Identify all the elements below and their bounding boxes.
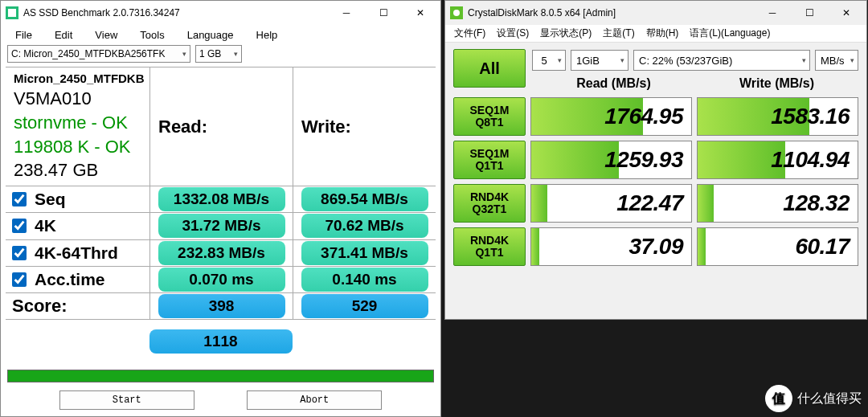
as-menubar: File Edit View Tools Language Help xyxy=(1,25,440,44)
cdm-minimize-button[interactable]: ─ xyxy=(754,1,791,25)
cdm-header-read: Read (MB/s) xyxy=(532,76,695,91)
rnd4k-q1t1-read: 37.09 xyxy=(530,227,692,266)
cdm-size-select[interactable]: 1GiB▾ xyxy=(571,50,628,71)
cdm-header-write: Write (MB/s) xyxy=(695,76,858,91)
chevron-down-icon: ▾ xyxy=(182,50,186,58)
test-row-4k: 4K 31.72 MB/s 70.62 MB/s xyxy=(6,213,436,239)
rnd4k-q32t1-button[interactable]: RND4K Q32T1 xyxy=(453,184,526,223)
as-ssd-window: AS SSD Benchmark 2.0.7316.34247 ─ ☐ ✕ Fi… xyxy=(0,0,441,417)
seq1m-q8t1-read: 1764.95 xyxy=(530,97,692,136)
rnd4k-q32t1-write: 128.32 xyxy=(697,184,858,223)
seq1m-q1t1-read: 1259.93 xyxy=(530,141,692,179)
svg-point-3 xyxy=(453,10,460,16)
4k-checkbox[interactable] xyxy=(12,219,27,233)
menu-edit[interactable]: Edit xyxy=(43,27,84,43)
progress-bar xyxy=(7,370,434,382)
header-read: Read: xyxy=(150,67,293,186)
watermark: 值 什么值得买 xyxy=(765,385,862,412)
total-row: 1118 xyxy=(6,320,436,363)
watermark-text: 什么值得买 xyxy=(797,390,862,407)
cdm-menu-theme[interactable]: 主题(T) xyxy=(597,26,640,41)
menu-tools[interactable]: Tools xyxy=(129,27,175,43)
cdm-menu-settings[interactable]: 设置(S) xyxy=(491,26,534,41)
results-table: Micron_2450_MTFDKB V5MA010 stornvme - OK… xyxy=(6,67,436,363)
score-total: 1118 xyxy=(149,329,293,354)
cdm-row-seq1m-q1t1: SEQ1M Q1T1 1259.93 1104.94 xyxy=(453,141,858,179)
seq-checkbox[interactable] xyxy=(12,192,27,206)
acc-read: 0.070 ms xyxy=(158,268,285,292)
test-size-select[interactable]: 1 GB▾ xyxy=(195,45,242,63)
4k64-read: 232.83 MB/s xyxy=(158,241,285,265)
menu-view[interactable]: View xyxy=(84,27,129,43)
unit-select[interactable]: MB/s▾ xyxy=(815,50,858,71)
close-button[interactable]: ✕ xyxy=(402,1,439,25)
chevron-down-icon: ▾ xyxy=(850,56,854,64)
cdm-maximize-button[interactable]: ☐ xyxy=(791,1,828,25)
score-write: 529 xyxy=(301,294,428,318)
drive-select[interactable]: C: Micron_2450_MTFDKBA256TFK▾ xyxy=(7,45,190,63)
seq1m-q8t1-button[interactable]: SEQ1M Q8T1 xyxy=(453,97,526,136)
menu-help[interactable]: Help xyxy=(245,27,289,43)
score-read: 398 xyxy=(158,294,285,318)
cdm-menubar: 文件(F) 设置(S) 显示状态(P) 主题(T) 帮助(H) 语言(L)(La… xyxy=(445,25,866,43)
cdm-window: CrystalDiskMark 8.0.5 x64 [Admin] ─ ☐ ✕ … xyxy=(444,0,867,320)
cdm-menu-status[interactable]: 显示状态(P) xyxy=(534,26,597,41)
test-row-seq: Seq 1332.08 MB/s 869.54 MB/s xyxy=(6,186,436,213)
rnd4k-q32t1-read: 122.47 xyxy=(530,184,692,223)
4k64-checkbox[interactable] xyxy=(12,246,27,260)
test-count-select[interactable]: 5▾ xyxy=(532,50,566,71)
4k-read: 31.72 MB/s xyxy=(158,214,285,238)
seq1m-q1t1-button[interactable]: SEQ1M Q1T1 xyxy=(453,141,526,179)
app-icon xyxy=(6,6,18,19)
acc-write: 0.140 ms xyxy=(301,268,428,292)
rnd4k-q1t1-button[interactable]: RND4K Q1T1 xyxy=(453,227,526,266)
chevron-down-icon: ▾ xyxy=(558,56,562,64)
4k64-write: 371.41 MB/s xyxy=(301,241,428,265)
menu-language[interactable]: Language xyxy=(176,27,245,43)
chevron-down-icon: ▾ xyxy=(620,56,624,64)
test-row-4k64: 4K-64Thrd 232.83 MB/s 371.41 MB/s xyxy=(6,240,436,267)
chevron-down-icon: ▾ xyxy=(234,50,238,58)
cdm-menu-file[interactable]: 文件(F) xyxy=(448,26,491,41)
cdm-window-title: CrystalDiskMark 8.0.5 x64 [Admin] xyxy=(468,7,754,18)
header-write: Write: xyxy=(293,67,436,186)
seq-read: 1332.08 MB/s xyxy=(158,187,285,211)
window-title: AS SSD Benchmark 2.0.7316.34247 xyxy=(23,7,328,18)
score-row: Score: 398 529 xyxy=(6,293,436,320)
4k-write: 70.62 MB/s xyxy=(301,214,428,238)
cdm-close-button[interactable]: ✕ xyxy=(828,1,865,25)
start-button[interactable]: Start xyxy=(59,390,194,410)
cdm-row-rnd4k-q1t1: RND4K Q1T1 37.09 60.17 xyxy=(453,227,858,266)
test-row-acc: Acc.time 0.070 ms 0.140 ms xyxy=(6,267,436,293)
menu-file[interactable]: File xyxy=(4,27,43,43)
drive-info: Micron_2450_MTFDKB V5MA010 stornvme - OK… xyxy=(6,67,150,186)
cdm-app-icon xyxy=(450,6,463,19)
cdm-row-seq1m-q8t1: SEQ1M Q8T1 1764.95 1583.16 xyxy=(453,97,858,136)
cdm-row-rnd4k-q32t1: RND4K Q32T1 122.47 128.32 xyxy=(453,184,858,223)
watermark-badge: 值 xyxy=(765,385,792,412)
acc-checkbox[interactable] xyxy=(12,272,27,287)
minimize-button[interactable]: ─ xyxy=(328,1,365,25)
all-button[interactable]: All xyxy=(453,49,526,88)
abort-button[interactable]: Abort xyxy=(247,390,382,410)
seq-write: 869.54 MB/s xyxy=(301,187,428,211)
rnd4k-q1t1-write: 60.17 xyxy=(697,227,858,266)
cdm-drive-select[interactable]: C: 22% (53/237GiB)▾ xyxy=(633,50,810,71)
cdm-titlebar[interactable]: CrystalDiskMark 8.0.5 x64 [Admin] ─ ☐ ✕ xyxy=(445,1,866,25)
svg-rect-1 xyxy=(8,9,16,17)
cdm-menu-language[interactable]: 语言(L)(Language) xyxy=(684,26,776,41)
as-titlebar[interactable]: AS SSD Benchmark 2.0.7316.34247 ─ ☐ ✕ xyxy=(1,1,440,25)
cdm-menu-help[interactable]: 帮助(H) xyxy=(641,26,685,41)
seq1m-q1t1-write: 1104.94 xyxy=(697,141,858,179)
seq1m-q8t1-write: 1583.16 xyxy=(697,97,858,136)
maximize-button[interactable]: ☐ xyxy=(365,1,402,25)
chevron-down-icon: ▾ xyxy=(802,56,806,64)
